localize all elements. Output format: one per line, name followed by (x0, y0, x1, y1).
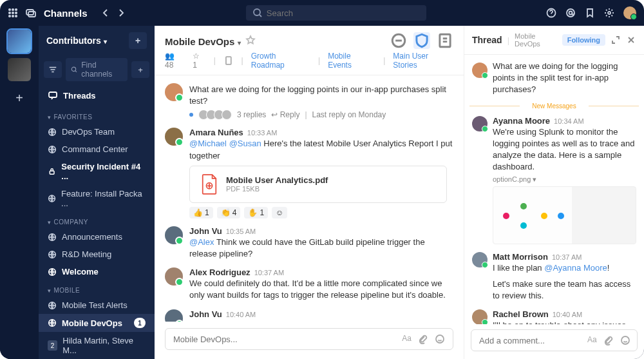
gear-icon[interactable] (604, 8, 614, 18)
thread-reply[interactable]: Ayanna Moore10:34 AM We're using Splunk … (464, 112, 644, 249)
create-button[interactable]: + (131, 61, 149, 78)
close-icon[interactable] (626, 35, 636, 45)
replies-count[interactable]: 3 replies (237, 110, 266, 119)
svg-point-7 (12, 15, 14, 17)
sidebar-header[interactable]: Contributors ▾ (46, 35, 107, 46)
thread-panel: Thread | Mobile DevOps Following Michael… (464, 26, 644, 359)
emoji-icon[interactable] (435, 334, 445, 344)
sidebar-item-security-incident[interactable]: Security Incident #4 ... (39, 158, 155, 185)
mention[interactable]: @all (378, 320, 395, 322)
svg-rect-30 (226, 57, 231, 64)
sidebar-item-mobile-test-alerts[interactable]: Mobile Test Alerts (39, 296, 155, 314)
main-panel: Mobile DevOps ▾ 👥 48 ☆ 1 | | Growth (155, 26, 464, 359)
reaction[interactable]: 👍1 (189, 207, 213, 218)
message[interactable]: What are we doing for the logging points… (155, 79, 464, 124)
sidebar-item-announcements[interactable]: Announcements (39, 228, 155, 246)
reaction[interactable]: 👏4 (217, 207, 241, 218)
header-shield-icon[interactable] (413, 32, 430, 49)
file-meta: PDF 15KB (226, 185, 328, 193)
image-preview[interactable] (493, 186, 636, 244)
format-icon[interactable]: Aa (402, 334, 412, 344)
user-avatar[interactable] (623, 6, 636, 19)
unread-badge: 1 (134, 318, 146, 328)
link-growth-roadmap[interactable]: Growth Roadmap (251, 52, 310, 70)
message-text: What are we doing for the logging points… (189, 84, 453, 107)
section-company[interactable]: ▾COMPANY (39, 212, 155, 228)
new-messages-divider: New Messages (464, 102, 644, 110)
section-favorites[interactable]: ▾FAVORITES (39, 107, 155, 123)
pinned-count[interactable]: ☆ 1 (193, 52, 206, 70)
svg-rect-29 (440, 34, 450, 47)
avatar (472, 309, 488, 324)
emoji-icon[interactable] (620, 335, 630, 345)
threads-link[interactable]: Threads (39, 84, 155, 107)
message-time: 10:40 AM (553, 311, 582, 318)
message[interactable]: John Vu10:35 AM @Alex Think we could hav… (155, 222, 464, 264)
message-composer[interactable]: Aa (165, 328, 453, 350)
message-text: We're using Splunk to monitor the loggin… (493, 126, 636, 173)
header-notes-icon[interactable] (437, 32, 453, 49)
file-attachment[interactable]: Mobile User Analytics.pdfPDF 15KB (189, 166, 447, 203)
message[interactable]: Alex Rodriguez10:37 AM We could definite… (155, 264, 464, 305)
svg-point-4 (12, 12, 14, 14)
thread-reply[interactable]: Rachel Brown10:40 AM I'll be on to troub… (464, 306, 644, 324)
link-mobile-events[interactable]: Mobile Events (328, 52, 375, 70)
thread-reply[interactable]: Matt Morrison10:37 AM I like the plan @A… (464, 248, 644, 306)
reply-button[interactable]: ↩ Reply (271, 110, 299, 119)
mention[interactable]: @Susan (229, 139, 261, 148)
mention[interactable]: @Ayanna Moore (544, 263, 607, 273)
thread-subtitle: Mobile DevOps (515, 32, 557, 48)
message[interactable]: John Vu10:40 AM Great, I'll make a Jira … (155, 306, 464, 322)
svg-point-34 (621, 336, 629, 344)
sidebar-item-dm-hilda[interactable]: 2Hilda Martin, Steve M... (39, 332, 155, 359)
channel-title[interactable]: Mobile DevOps ▾ (165, 36, 241, 47)
workspace-2[interactable] (8, 58, 31, 81)
add-reaction[interactable]: ☺ (272, 207, 287, 218)
link-main-user-stories[interactable]: Main User Stories (393, 52, 453, 70)
mentions-icon[interactable] (565, 8, 576, 18)
message-text: Let's make sure the team has access to r… (493, 278, 636, 302)
find-channels-input[interactable]: Find channels (66, 58, 128, 81)
following-button[interactable]: Following (562, 34, 605, 46)
format-icon[interactable]: Aa (587, 335, 597, 345)
thread-composer[interactable]: Aa (471, 329, 638, 351)
mention[interactable]: @Michael (189, 139, 227, 148)
file-name: Mobile User Analytics.pdf (226, 175, 328, 185)
apps-grid-icon[interactable] (8, 8, 18, 18)
sidebar-item-feature-install[interactable]: Feature: Install Packa ... (39, 185, 155, 212)
pdf-icon (199, 173, 220, 196)
bookmark-icon[interactable] (585, 8, 595, 18)
filter-icon[interactable] (44, 61, 62, 78)
expand-icon[interactable] (611, 35, 621, 45)
nav-forward-icon[interactable] (116, 8, 126, 18)
nav-back-icon[interactable] (100, 8, 111, 18)
header-phone-icon[interactable] (390, 32, 407, 49)
star-icon[interactable] (245, 35, 256, 45)
svg-point-8 (15, 15, 17, 17)
global-search[interactable] (246, 5, 426, 21)
add-workspace-button[interactable]: + (8, 86, 31, 110)
message[interactable]: Amara Nuñes10:33 AM @Michael @Susan Here… (155, 124, 464, 222)
reaction[interactable]: ✋1 (244, 207, 268, 218)
attach-icon[interactable] (603, 335, 614, 345)
sidebar-item-mobile-devops[interactable]: Mobile DevOps1 (39, 314, 155, 332)
sidebar-item-rd-meeting[interactable]: R&D Meeting (39, 246, 155, 263)
add-channel-button[interactable]: + (129, 32, 147, 49)
svg-rect-9 (26, 10, 33, 15)
search-input[interactable] (267, 8, 420, 18)
sidebar-item-welcome[interactable]: Welcome (39, 263, 155, 280)
section-mobile[interactable]: ▾MOBILE (39, 280, 155, 296)
workspace-1[interactable] (8, 30, 31, 53)
mention[interactable]: @Alex (189, 237, 214, 247)
svg-point-3 (9, 12, 10, 14)
thread-composer-input[interactable] (479, 336, 587, 345)
sidebar-item-devops-team[interactable]: DevOps Team (39, 123, 155, 141)
attach-icon[interactable] (418, 334, 428, 344)
help-icon[interactable] (546, 8, 556, 18)
member-count[interactable]: 👥 48 (165, 52, 185, 70)
workspace-rail: + (0, 26, 39, 359)
sidebar-item-command-center[interactable]: Command Center (39, 141, 155, 158)
thread-root-message[interactable]: Michael Whitfield What are we doing for … (464, 59, 644, 100)
composer-input[interactable] (173, 335, 402, 344)
message-text: @Michael @Susan Here's the latest Mobile… (189, 138, 453, 161)
